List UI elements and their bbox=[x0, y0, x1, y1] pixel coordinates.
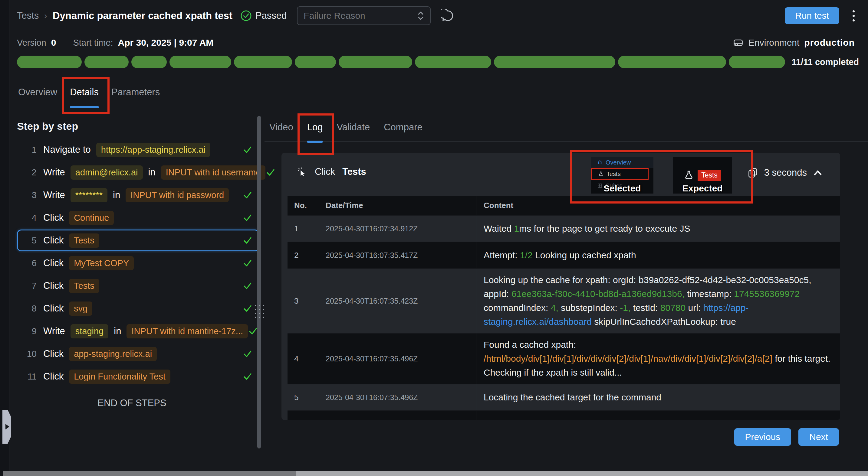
version-label: Version bbox=[17, 38, 46, 48]
step-chips: Tests bbox=[69, 234, 99, 248]
step-number: 7 bbox=[23, 281, 37, 291]
run-test-button[interactable]: Run test bbox=[785, 7, 839, 24]
log-row: 52025-04-30T16:07:35.496ZLocating the ca… bbox=[287, 384, 840, 410]
thumb-tests-highlight: Tests bbox=[698, 170, 721, 181]
step-row[interactable]: 6ClickMyTest COPY bbox=[17, 252, 259, 274]
column-content: Content bbox=[476, 196, 840, 215]
log-row: 22025-04-30T16:07:35.417ZAttempt: 1/2 Lo… bbox=[287, 242, 840, 268]
step-connector: in bbox=[114, 326, 121, 337]
step-chips: ********inINPUT with id password bbox=[70, 188, 229, 202]
tab-parameters[interactable]: Parameters bbox=[112, 77, 160, 107]
horizontal-scrollbar-thumb[interactable] bbox=[296, 471, 868, 476]
step-chips: MyTest COPY bbox=[69, 256, 134, 270]
step-row[interactable]: 7ClickTests bbox=[17, 275, 259, 297]
tab-video[interactable]: Video bbox=[269, 113, 293, 141]
step-value-chip: https://app-staging.relicx.ai bbox=[96, 143, 210, 157]
tab-overview[interactable]: Overview bbox=[18, 77, 57, 107]
detail-tabs: VideoLogValidateCompare bbox=[265, 113, 868, 141]
selected-screenshot-thumbnail[interactable]: Overview Tests Suites Selected bbox=[591, 157, 653, 194]
step-row[interactable]: 11ClickLogin Functionality Test bbox=[17, 366, 259, 387]
step-value-chip: admin@relicx.ai bbox=[70, 165, 143, 180]
cursor-click-icon bbox=[296, 166, 308, 177]
chevron-up-down-icon bbox=[417, 10, 424, 21]
step-row[interactable]: 1Navigate tohttps://app-staging.relicx.a… bbox=[17, 139, 259, 161]
failure-reason-select[interactable]: Failure Reason bbox=[297, 6, 431, 25]
previous-button[interactable]: Previous bbox=[734, 428, 792, 446]
more-menu-icon[interactable] bbox=[852, 10, 855, 22]
comment-icon[interactable] bbox=[441, 9, 454, 22]
step-row[interactable]: 8Clicksvg bbox=[17, 298, 259, 319]
progress-segment bbox=[729, 56, 785, 68]
environment-value: production bbox=[804, 37, 855, 48]
step-action: Click bbox=[43, 348, 64, 359]
log-rows: 12025-04-30T16:07:34.912ZWaited 1ms for … bbox=[287, 215, 840, 420]
log-card-header: Click Tests Overview Tests Suites Select… bbox=[281, 153, 840, 196]
step-check-icon bbox=[242, 213, 253, 222]
sidebar-expand-handle[interactable] bbox=[2, 410, 11, 444]
log-row: 12025-04-30T16:07:34.912ZWaited 1ms for … bbox=[287, 215, 840, 242]
step-check-icon bbox=[242, 281, 253, 290]
step-row[interactable]: 3Write********inINPUT with id password bbox=[17, 184, 259, 206]
steps-scrollbar[interactable] bbox=[257, 116, 261, 448]
step-target-chip: svg bbox=[69, 302, 92, 316]
progress-segment bbox=[131, 56, 167, 68]
step-row[interactable]: 9WritestaginginINPUT with id mantine-17z… bbox=[17, 320, 259, 342]
breadcrumb[interactable]: Tests bbox=[17, 10, 39, 21]
step-action: Click bbox=[43, 371, 64, 382]
step-check-icon bbox=[242, 236, 253, 245]
step-row[interactable]: 2Writeadmin@relicx.aiinINPUT with id use… bbox=[17, 162, 259, 183]
panel-resize-handle-icon[interactable] bbox=[255, 305, 263, 318]
expected-screenshot-thumbnail[interactable]: Tests Expected bbox=[673, 157, 732, 194]
step-row[interactable]: 5ClickTests bbox=[17, 230, 259, 251]
step-check-icon bbox=[266, 168, 276, 177]
environment-indicator: Environment production bbox=[733, 37, 855, 48]
collapse-chevron-icon[interactable] bbox=[813, 169, 823, 176]
log-row-number: 3 bbox=[287, 269, 319, 333]
step-action: Write bbox=[43, 167, 65, 178]
log-row-timestamp: 2025-04-30T16:07:34.912Z bbox=[319, 216, 476, 242]
tab-log[interactable]: Log bbox=[307, 113, 323, 141]
progress-segment bbox=[295, 56, 336, 68]
step-connector: in bbox=[148, 167, 156, 178]
step-target-chip: Continue bbox=[69, 211, 114, 225]
step-action-label: Click bbox=[315, 166, 335, 177]
step-action: Write bbox=[43, 326, 65, 337]
header: Tests › Dynamic parameter cached xpath t… bbox=[9, 0, 868, 31]
step-row[interactable]: 4ClickContinue bbox=[17, 207, 259, 229]
expand-triangle-icon bbox=[5, 424, 9, 430]
progress-segment bbox=[415, 56, 491, 68]
log-row-number: 5 bbox=[287, 384, 319, 410]
progress-row: 11/11 completed bbox=[17, 56, 859, 68]
next-button[interactable]: Next bbox=[798, 428, 839, 446]
tab-validate[interactable]: Validate bbox=[337, 113, 370, 141]
thumb-nav-tests: Tests bbox=[591, 168, 649, 180]
step-chips: staginginINPUT with id mantine-17z... bbox=[70, 324, 248, 338]
environment-label: Environment bbox=[748, 37, 799, 48]
step-number: 6 bbox=[23, 258, 37, 268]
step-action: Click bbox=[43, 303, 64, 314]
log-row-number: 2 bbox=[287, 242, 319, 268]
step-target-chip: app-staging.relicx.ai bbox=[69, 347, 157, 361]
progress-segment bbox=[234, 56, 292, 68]
progress-text: 11/11 completed bbox=[792, 57, 859, 67]
log-row-timestamp: 2025-04-30T16:07:35.423Z bbox=[319, 269, 476, 333]
step-chips: Continue bbox=[69, 211, 114, 225]
tab-details[interactable]: Details bbox=[70, 77, 99, 107]
step-action-target: Tests bbox=[342, 166, 366, 177]
start-time-label: Start time: bbox=[73, 38, 113, 48]
status-badge: Passed bbox=[240, 10, 287, 22]
end-of-steps-label: END OF STEPS bbox=[17, 398, 247, 409]
log-row-content: Executing: Locating the cached target fo… bbox=[476, 413, 840, 420]
hard-drive-icon bbox=[733, 37, 744, 48]
copy-icon[interactable] bbox=[747, 167, 758, 178]
step-value-chip: staging bbox=[70, 324, 108, 338]
log-row-number: 1 bbox=[287, 216, 319, 242]
step-row[interactable]: 10Clickapp-staging.relicx.ai bbox=[17, 343, 259, 365]
log-row: 62025-04-30T16:07:35.496ZExecuting: Loca… bbox=[287, 410, 840, 420]
step-action: Write bbox=[43, 190, 65, 201]
tab-compare[interactable]: Compare bbox=[384, 113, 423, 141]
breadcrumb-separator-icon: › bbox=[44, 11, 47, 21]
step-check-icon bbox=[242, 145, 253, 154]
step-check-icon bbox=[248, 327, 258, 336]
progress-segment bbox=[339, 56, 412, 68]
